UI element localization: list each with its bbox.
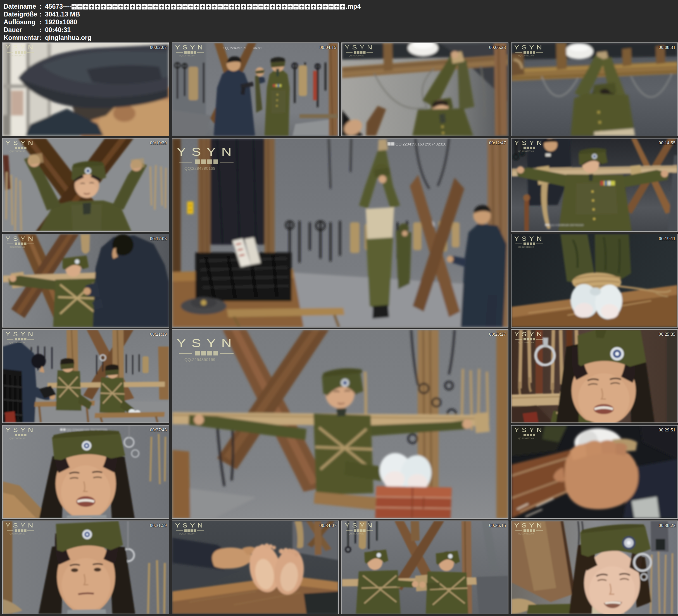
svg-text:QQ:2294390169: QQ:2294390169 <box>184 166 215 170</box>
svg-text:YSYN: YSYN <box>6 140 36 146</box>
svg-text:QQ:2294390169: QQ:2294390169 <box>184 357 215 362</box>
svg-text:QQ:2294390169: QQ:2294390169 <box>179 533 194 535</box>
svg-text:QQ:2294390169: QQ:2294390169 <box>518 437 534 439</box>
svg-text:YSYN: YSYN <box>514 140 544 146</box>
svg-text:QQ:2294390169: QQ:2294390169 <box>9 54 25 57</box>
svg-text:YSYN: YSYN <box>177 337 237 350</box>
svg-text:YSYN: YSYN <box>6 235 36 242</box>
svg-text:QQ:2294390169: QQ:2294390169 <box>518 54 534 57</box>
svg-text:QQ:2294390169: QQ:2294390169 <box>9 246 25 248</box>
svg-text:YSYN: YSYN <box>175 44 205 51</box>
svg-text:QQ:2294390169: QQ:2294390169 <box>518 533 534 535</box>
svg-text:YSYN: YSYN <box>514 331 544 338</box>
svg-text:YSYN: YSYN <box>514 44 544 51</box>
svg-text:YSYN: YSYN <box>6 427 36 433</box>
svg-text:YSYN: YSYN <box>514 522 544 529</box>
svg-text:YSYN: YSYN <box>6 522 36 529</box>
svg-text:QQ:2294390169: QQ:2294390169 <box>518 150 534 152</box>
svg-text:YSYN: YSYN <box>514 427 544 433</box>
svg-text:QQ:2294390169: QQ:2294390169 <box>9 150 25 152</box>
svg-text:QQ:2294390169: QQ:2294390169 <box>518 246 534 248</box>
svg-text:YSYN: YSYN <box>6 44 36 51</box>
svg-text:QQ:2294390169: QQ:2294390169 <box>349 54 364 57</box>
svg-text:QQ:2294390169: QQ:2294390169 <box>9 341 25 344</box>
svg-text:QQ:2294390169: QQ:2294390169 <box>518 341 534 344</box>
svg-text:QQ:2294390169: QQ:2294390169 <box>9 533 25 535</box>
svg-text:QQ:2294390169: QQ:2294390169 <box>349 533 364 535</box>
svg-text:YSYN: YSYN <box>345 44 375 51</box>
svg-text:YSYN: YSYN <box>6 331 36 338</box>
svg-text:YSYN: YSYN <box>514 235 544 242</box>
svg-text:QQ:2294390169: QQ:2294390169 <box>9 437 25 439</box>
svg-text:QQ:2294390169: QQ:2294390169 <box>179 54 194 57</box>
svg-text:YSYN: YSYN <box>345 522 375 529</box>
svg-text:YSYN: YSYN <box>175 522 205 529</box>
svg-text:YSYN: YSYN <box>177 145 237 158</box>
